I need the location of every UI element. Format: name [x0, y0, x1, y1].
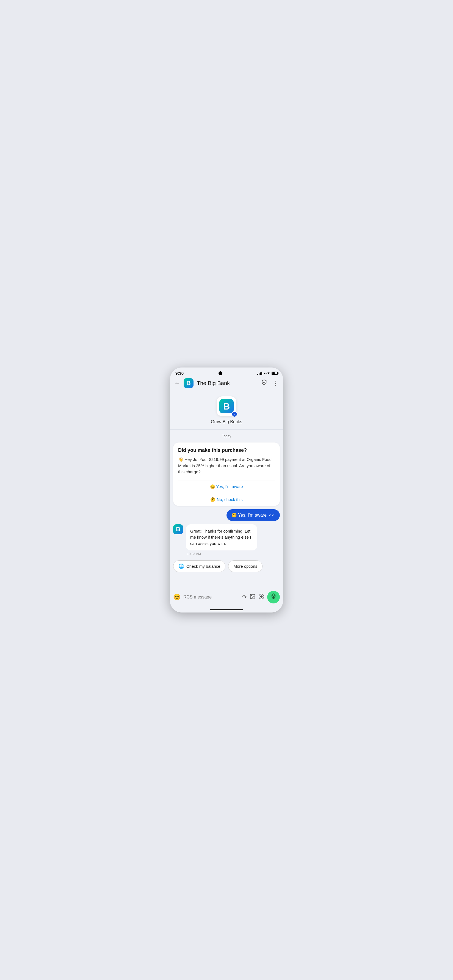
bot-reply-content: Great! Thanks for confirming. Let me kno… — [186, 524, 257, 556]
quick-replies: 🌐 Check my balance More options — [173, 559, 280, 574]
quick-reply-check-balance-label: Check my balance — [187, 564, 220, 568]
battery-icon — [271, 372, 278, 375]
card-action-no-label: 🤔 No, check this — [210, 497, 242, 502]
app-title: The Big Bank — [197, 380, 258, 387]
date-label: Today — [173, 434, 280, 438]
mic-button[interactable] — [267, 591, 280, 603]
status-time: 9:30 — [175, 371, 183, 375]
bot-timestamp: 10:23 AM — [186, 552, 257, 556]
home-bar — [210, 609, 243, 610]
svg-point-1 — [251, 595, 252, 596]
bot-reply-text: Great! Thanks for confirming. Let me kno… — [190, 529, 251, 546]
bot-card-title: Did you make this purchase? — [178, 447, 275, 453]
app-logo-letter: B — [187, 380, 191, 387]
wifi-icon: ▾▴▼ — [263, 371, 270, 375]
bot-avatar: B — [173, 524, 183, 534]
profile-logo-letter: B — [223, 401, 230, 412]
globe-icon: 🌐 — [179, 563, 184, 569]
user-message-text: 😊 Yes, I'm aware — [231, 512, 266, 518]
mic-icon — [271, 593, 276, 601]
svg-rect-5 — [273, 594, 274, 597]
bot-card: Did you make this purchase? 👋 Hey Jo! Yo… — [173, 442, 280, 506]
quick-reply-more-options[interactable]: More options — [228, 560, 263, 572]
add-icon[interactable] — [258, 593, 265, 601]
front-camera — [219, 371, 222, 375]
chat-area: Today Did you make this purchase? 👋 Hey … — [170, 430, 283, 588]
home-indicator — [170, 609, 283, 612]
image-icon[interactable] — [250, 593, 256, 601]
bot-reply-row: B Great! Thanks for confirming. Let me k… — [173, 524, 280, 556]
phone-frame: 9:30 ▾▴▼ ← B The Big Bank — [170, 368, 283, 612]
input-bar: 😊 ↷ — [170, 588, 283, 609]
user-message-bubble: 😊 Yes, I'm aware ✓✓ — [226, 509, 280, 521]
shield-verified-icon — [261, 379, 267, 387]
profile-section: B ✓ Grow Big Bucks — [170, 391, 283, 430]
bot-card-body: 👋 Hey Jo! Your $219.99 payment at Organi… — [178, 457, 275, 475]
app-logo: B — [183, 378, 193, 388]
signal-icon — [257, 372, 262, 375]
card-action-yes-label: 😊 Yes, I'm aware — [210, 484, 243, 489]
top-bar: ← B The Big Bank ⋮ — [170, 377, 283, 391]
bot-reply-bubble: Great! Thanks for confirming. Let me kno… — [186, 524, 257, 551]
profile-logo-inner: B — [219, 399, 234, 414]
more-options-icon[interactable]: ⋮ — [273, 380, 279, 387]
card-action-no[interactable]: 🤔 No, check this — [178, 493, 275, 506]
emoji-button[interactable]: 😊 — [173, 593, 180, 601]
status-bar: 9:30 ▾▴▼ — [170, 368, 283, 377]
quick-reply-more-options-label: More options — [233, 564, 257, 568]
profile-verified-badge: ✓ — [231, 411, 238, 417]
profile-name: Grow Big Bucks — [211, 419, 242, 424]
message-read-receipt: ✓✓ — [269, 513, 275, 517]
message-input[interactable] — [183, 595, 239, 600]
quick-reply-check-balance[interactable]: 🌐 Check my balance — [173, 560, 225, 572]
back-button[interactable]: ← — [174, 380, 180, 387]
reply-icon[interactable]: ↷ — [242, 594, 247, 600]
status-icons: ▾▴▼ — [257, 371, 278, 375]
profile-logo: B ✓ — [217, 396, 236, 416]
card-action-yes[interactable]: 😊 Yes, I'm aware — [178, 480, 275, 493]
